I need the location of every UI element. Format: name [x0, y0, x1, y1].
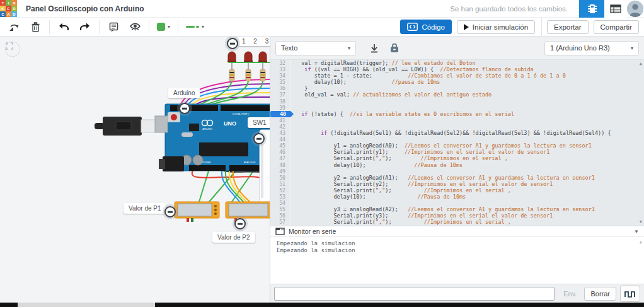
line-number[interactable]: 54 [270, 200, 290, 206]
code-line[interactable]: 41 [270, 117, 644, 124]
line-number[interactable]: 41 [270, 117, 290, 124]
line-number[interactable]: 51 [270, 181, 290, 187]
line-number[interactable]: 42 [270, 124, 290, 130]
line-number[interactable]: 47 [270, 155, 290, 161]
arduino-board[interactable]: UNO ARDUINO DIGITAL (PWM~) POWER ANALOG … [155, 104, 270, 171]
libraries-button[interactable] [386, 40, 403, 55]
circuit-canvas[interactable]: UNO ARDUINO DIGITAL (PWM~) POWER ANALOG … [0, 37, 270, 303]
code-line[interactable]: 57 Serial.print(","); //Imprimimos en el… [270, 219, 644, 225]
scroll-up-arrow[interactable]: ▲ [640, 239, 642, 246]
board-select[interactable]: 1 (Arduino Uno R3) ▾ [544, 41, 639, 55]
line-number[interactable]: 45 [270, 142, 290, 149]
code-line[interactable]: 45 y1 = analogRead(A0); //Leemos el conv… [270, 142, 644, 149]
line-number[interactable]: 53 [270, 194, 290, 200]
code-mode-select[interactable]: Texto ▾ [275, 41, 356, 55]
fit-view-button[interactable] [5, 42, 20, 57]
line-number[interactable]: 52 [270, 187, 290, 194]
code-line[interactable]: 39 [270, 105, 644, 111]
code-line[interactable]: 43 if (!digitalRead(Sel1) && !digitalRea… [270, 130, 644, 136]
line-number[interactable]: 43 [270, 130, 290, 136]
line-number[interactable]: 32 [270, 60, 290, 66]
line-number[interactable]: 56 [270, 212, 290, 219]
note-collapse-button-sw1[interactable] [253, 133, 265, 144]
delete-button[interactable] [29, 21, 42, 33]
code-line[interactable]: 48 delay(10); //Pausa de 10ms [270, 162, 644, 168]
note-collapse-button-arduino[interactable] [179, 103, 190, 114]
share-button[interactable]: Compartir [594, 20, 639, 34]
led-group[interactable] [227, 52, 267, 81]
code-line[interactable]: 49 [270, 168, 644, 175]
code-line[interactable]: 33 if ((val == HIGH) && (old_val == LOW)… [270, 66, 644, 72]
line-number[interactable]: 49 [270, 168, 290, 175]
line-number[interactable]: 39 [270, 105, 290, 111]
code-line[interactable]: 56 Serial.print(y3); //Imprimimos en el … [270, 212, 644, 219]
bottom-scrollbar[interactable] [0, 303, 644, 307]
code-line[interactable]: 51 Serial.print(y2); //Imprimimos en el … [270, 181, 644, 187]
note-collapse-button-leds[interactable] [227, 38, 238, 49]
note-label-arduino[interactable]: Arduino [168, 88, 200, 98]
note-label-p2[interactable]: Valor de P2 [212, 232, 255, 243]
code-line[interactable]: 50 y2 = analogRead(A1); //Leemos el conv… [270, 175, 644, 181]
wire-color-dropdown[interactable]: ▾ [157, 23, 170, 31]
multimeter-p1[interactable] [175, 202, 219, 222]
code-line[interactable]: 44 [270, 136, 644, 142]
notes-button[interactable] [107, 21, 120, 33]
components-view-button[interactable] [579, 0, 604, 18]
multimeter-p2[interactable] [226, 202, 270, 222]
code-line[interactable]: 37 old_val = val; // actualizamos el val… [270, 91, 644, 98]
redo-button[interactable] [79, 21, 91, 33]
code-line[interactable]: 42 [270, 124, 644, 130]
scroll-down-arrow[interactable]: ▼ [640, 219, 642, 224]
tinkercad-logo[interactable]: TINKERCAD [0, 0, 17, 17]
code-line[interactable]: 55 y3 = analogRead(A2); //Leemos el conv… [270, 206, 644, 212]
serial-clear-button[interactable]: Borrar [584, 287, 616, 301]
code-line[interactable]: 52 Serial.print(","); //Imprimimos en el… [270, 187, 644, 194]
component-visibility-button[interactable] [129, 21, 141, 33]
export-button[interactable]: Exportar [547, 20, 588, 34]
line-number[interactable]: 44 [270, 136, 290, 142]
code-line[interactable]: 46 Serial.print(y1); //Imprimimos en el … [270, 149, 644, 155]
code-line[interactable]: 32 val = digitalRead(trigger); // lee el… [270, 60, 644, 66]
note-collapse-button-p2[interactable] [234, 218, 246, 229]
serial-input[interactable] [274, 287, 555, 301]
line-number[interactable]: 34 [270, 72, 290, 79]
code-line[interactable]: 53 delay(10); //Pausa de 10ms [270, 194, 644, 200]
line-number[interactable]: 55 [270, 206, 290, 212]
code-button[interactable]: Código [400, 20, 451, 34]
undo-button[interactable] [57, 21, 70, 33]
serial-collapse-caret[interactable]: ▼ [634, 229, 639, 235]
serial-send-button[interactable]: Env. [560, 287, 580, 300]
start-simulation-button[interactable]: Iniciar simulación [457, 20, 535, 34]
download-code-button[interactable] [366, 40, 382, 55]
code-line[interactable]: 34 state = 1 - state; //Cambiamos el val… [270, 72, 644, 79]
line-number[interactable]: 50 [270, 175, 290, 181]
line-number[interactable]: 57 [270, 219, 290, 225]
line-number[interactable]: 46 [270, 149, 290, 155]
rotate-button[interactable] [8, 21, 20, 33]
line-number[interactable]: 33 [270, 66, 290, 72]
line-number[interactable]: 37 [270, 91, 290, 98]
line-number[interactable]: 35 [270, 79, 290, 85]
note-label-sw1[interactable]: SW1 [248, 117, 270, 128]
list-view-button[interactable] [604, 0, 627, 18]
code-line[interactable]: 35 delay(10); //pausa de 10ms [270, 79, 644, 85]
scroll-up-arrow[interactable]: ▲ [640, 61, 642, 66]
usb-cable[interactable] [95, 117, 156, 136]
code-line[interactable]: 36 } [270, 85, 644, 91]
note-label-p1[interactable]: Valor de P1 [124, 203, 166, 214]
code-line[interactable]: 47 Serial.print(","); //Imprimimos en el… [270, 155, 644, 161]
line-number[interactable]: 38 [270, 98, 290, 105]
line-number[interactable]: 36 [270, 85, 290, 91]
serial-graph-button[interactable] [620, 286, 640, 302]
wire-style-dropdown[interactable]: ▾ [186, 24, 204, 30]
code-line[interactable]: 40 if (!state) { //si la variable state … [270, 111, 644, 117]
line-number[interactable]: 40 [270, 111, 290, 117]
serial-monitor-header[interactable]: Monitor en serie ▼ [270, 226, 644, 237]
user-avatar[interactable] [627, 1, 643, 17]
code-line[interactable]: 38 [270, 98, 644, 105]
note-label-leds[interactable]: 1 2 3 [238, 37, 270, 46]
code-editor[interactable]: 32 val = digitalRead(trigger); // lee el… [270, 60, 644, 226]
line-number[interactable]: 48 [270, 162, 290, 168]
note-collapse-button-p1[interactable] [164, 206, 176, 217]
code-line[interactable]: 54 [270, 200, 644, 206]
